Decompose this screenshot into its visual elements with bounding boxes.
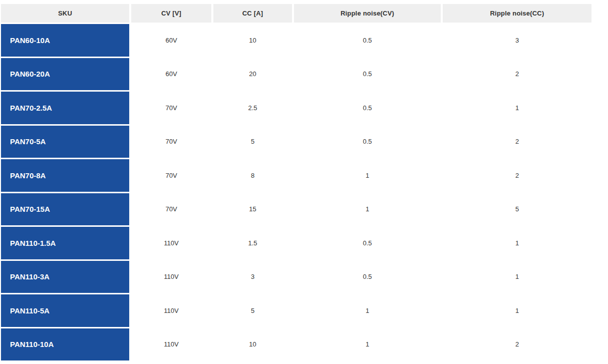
ripple-cc-cell: 2 (443, 58, 591, 91)
sku-cell[interactable]: PAN70-2.5A (1, 92, 129, 124)
sku-cell[interactable]: PAN110-5A (1, 294, 129, 327)
cv-cell: 110V (131, 328, 211, 361)
ripple-cc-cell: 5 (443, 193, 591, 226)
cv-cell: 110V (131, 294, 211, 327)
ripple-cv-cell: 1 (294, 159, 441, 192)
sku-cell[interactable]: PAN70-5A (1, 126, 129, 158)
cc-cell: 2.5 (213, 92, 292, 124)
ripple-cv-cell: 0.5 (294, 126, 441, 158)
cv-cell: 110V (131, 261, 211, 293)
ripple-cv-cell: 1 (294, 294, 441, 327)
cc-cell: 8 (213, 159, 292, 192)
sku-cell[interactable]: PAN60-10A (1, 24, 129, 57)
cc-cell: 5 (213, 294, 292, 327)
column-header-ripple-cc: Ripple noise(CC) (443, 4, 591, 23)
sku-cell[interactable]: PAN110-3A (1, 261, 129, 293)
column-header-cv: CV [V] (131, 4, 211, 23)
sku-cell[interactable]: PAN110-1.5A (1, 227, 129, 259)
column-header-cc: CC [A] (213, 4, 292, 23)
ripple-cc-cell: 2 (443, 126, 591, 158)
sku-cell[interactable]: PAN60-20A (1, 58, 129, 91)
cc-cell: 10 (213, 24, 292, 57)
ripple-cv-cell: 0.5 (294, 92, 441, 124)
cc-cell: 20 (213, 58, 292, 91)
ripple-cc-cell: 2 (443, 328, 591, 361)
cv-cell: 70V (131, 92, 211, 124)
sku-cell[interactable]: PAN70-8A (1, 159, 129, 192)
ripple-cc-cell: 1 (443, 294, 591, 327)
cv-cell: 60V (131, 24, 211, 57)
ripple-cv-cell: 0.5 (294, 24, 441, 57)
cc-cell: 1.5 (213, 227, 292, 259)
ripple-cv-cell: 0.5 (294, 261, 441, 293)
sku-cell[interactable]: PAN70-15A (1, 193, 129, 226)
cv-cell: 70V (131, 159, 211, 192)
spec-table: SKU CV [V] CC [A] Ripple noise(CV) Rippl… (1, 4, 591, 360)
cv-cell: 70V (131, 126, 211, 158)
cc-cell: 10 (213, 328, 292, 361)
cv-cell: 110V (131, 227, 211, 259)
ripple-cv-cell: 0.5 (294, 227, 441, 259)
column-header-sku: SKU (1, 4, 129, 23)
ripple-cv-cell: 0.5 (294, 58, 441, 91)
ripple-cc-cell: 1 (443, 227, 591, 259)
cc-cell: 5 (213, 126, 292, 158)
sku-cell[interactable]: PAN110-10A (1, 328, 129, 361)
column-header-ripple-cv: Ripple noise(CV) (294, 4, 441, 23)
ripple-cv-cell: 1 (294, 328, 441, 361)
cc-cell: 15 (213, 193, 292, 226)
ripple-cc-cell: 3 (443, 24, 591, 57)
ripple-cc-cell: 1 (443, 92, 591, 124)
cc-cell: 3 (213, 261, 292, 293)
ripple-cv-cell: 1 (294, 193, 441, 226)
ripple-cc-cell: 1 (443, 261, 591, 293)
cv-cell: 60V (131, 58, 211, 91)
ripple-cc-cell: 2 (443, 159, 591, 192)
cv-cell: 70V (131, 193, 211, 226)
